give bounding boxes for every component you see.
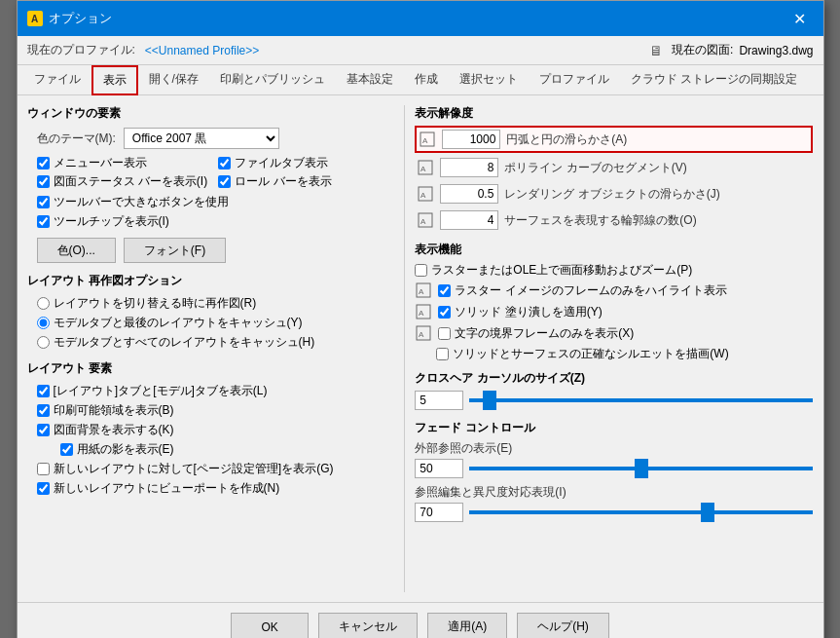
svg-text:A: A bbox=[419, 309, 424, 318]
checkbox-paper-shadow[interactable]: 用紙の影を表示(E) bbox=[60, 441, 395, 458]
tab-create[interactable]: 作成 bbox=[404, 65, 449, 95]
crosshair-section: クロスヘア カーソルのサイズ(Z) bbox=[415, 370, 813, 410]
checkbox-menubar[interactable]: メニューバー表示 bbox=[37, 155, 213, 171]
layout-elements-content: [レイアウト]タブと[モデル]タブを表示(L) 印刷可能領域を表示(B) 図面背… bbox=[27, 383, 395, 497]
checkbox-drawing-bg[interactable]: 図面背景を表示する(K) bbox=[37, 422, 395, 438]
bottom-bar: OK キャンセル 適用(A) ヘルプ(H) bbox=[18, 602, 823, 638]
layout-redraw-title: レイアウト 再作図オプション bbox=[27, 273, 395, 289]
features-checkboxes: ラスターまたはOLE上で画面移動およびズーム(P) A ラスター イメージのフレ… bbox=[415, 262, 813, 362]
dialog-title: オプション bbox=[49, 10, 112, 27]
checkbox-toolbar-large[interactable]: ツールバーで大きなボタンを使用 bbox=[37, 194, 395, 210]
theme-select[interactable]: Office 2007 黒 ダーク ライト bbox=[124, 128, 279, 149]
svg-text:A: A bbox=[420, 191, 426, 200]
fade-xref-slider-row bbox=[415, 459, 813, 478]
drawing-icon: 🖥 bbox=[646, 43, 666, 58]
color-font-buttons: 色(O)... フォント(F) bbox=[37, 238, 395, 263]
res-icon-text-frame: A bbox=[415, 324, 432, 342]
checkbox-text-frame[interactable]: 文字の境界フレームのみを表示(X) bbox=[438, 325, 634, 342]
content-area: ウィンドウの要素 色のテーマ(M): Office 2007 黒 ダーク ライト… bbox=[18, 95, 823, 602]
res-input-surface[interactable] bbox=[440, 210, 498, 230]
features-title: 表示機能 bbox=[415, 242, 813, 258]
fade-xref-slider[interactable] bbox=[469, 467, 813, 470]
color-button[interactable]: 色(O)... bbox=[37, 238, 116, 263]
window-elements-title: ウィンドウの要素 bbox=[27, 105, 395, 122]
close-button[interactable]: ✕ bbox=[786, 7, 814, 30]
fade-edit-input[interactable] bbox=[415, 503, 463, 522]
svg-text:A: A bbox=[422, 136, 428, 145]
checkbox-rollbar[interactable]: ロール バーを表示 bbox=[218, 173, 394, 190]
fade-edit-label: 参照編集と異尺度対応表現(I) bbox=[415, 484, 813, 501]
fade-edit-slider-row bbox=[415, 503, 813, 522]
fade-xref-section: 外部参照の表示(E) bbox=[415, 440, 813, 478]
left-panel: ウィンドウの要素 色のテーマ(M): Office 2007 黒 ダーク ライト… bbox=[27, 105, 405, 592]
tab-print-publish[interactable]: 印刷とパブリッシュ bbox=[209, 65, 336, 95]
font-button[interactable]: フォント(F) bbox=[124, 238, 226, 263]
checkbox-raster-zoom[interactable]: ラスターまたはOLE上で画面移動およびズーム(P) bbox=[415, 262, 813, 279]
radio-redraw-switch[interactable]: レイアウトを切り替える時に再作図(R) bbox=[37, 295, 395, 312]
res-input-polyline[interactable] bbox=[440, 158, 498, 177]
fade-edit-slider[interactable] bbox=[469, 510, 813, 514]
ok-button[interactable]: OK bbox=[231, 613, 309, 638]
apply-button[interactable]: 適用(A) bbox=[427, 613, 507, 638]
title-bar: A オプション ✕ bbox=[18, 1, 823, 36]
res-icon-render: A bbox=[417, 185, 434, 203]
fade-edit-section: 参照編集と異尺度対応表現(I) bbox=[415, 484, 813, 522]
fade-xref-input[interactable] bbox=[415, 459, 463, 478]
res-icon-surface: A bbox=[417, 211, 434, 229]
checkbox-new-layout-page[interactable]: 新しいレイアウトに対して[ページ設定管理]を表示(G) bbox=[37, 461, 395, 477]
tabs-bar: ファイル 表示 開く/保存 印刷とパブリッシュ 基本設定 作成 選択セット プロ… bbox=[18, 65, 823, 95]
checkbox-create-viewport[interactable]: 新しいレイアウトにビューポートを作成(N) bbox=[37, 480, 395, 497]
tab-selection[interactable]: 選択セット bbox=[449, 65, 529, 95]
app-icon: A bbox=[27, 11, 43, 26]
right-panel: 表示解像度 A 円弧と円の滑らかさ(A) A ポリライン カーブのセグメント(V… bbox=[404, 105, 813, 592]
tab-basic[interactable]: 基本設定 bbox=[336, 65, 404, 95]
svg-text:A: A bbox=[420, 165, 426, 173]
res-label-polyline: ポリライン カーブのセグメント(V) bbox=[504, 160, 811, 176]
tab-cloud[interactable]: クラウド ストレージの同期設定 bbox=[620, 65, 808, 95]
resolution-title: 表示解像度 bbox=[415, 105, 813, 122]
fade-title: フェード コントロール bbox=[415, 420, 813, 436]
checkbox-raster-frame[interactable]: ラスター イメージのフレームのみをハイライト表示 bbox=[438, 282, 726, 299]
res-input-arc[interactable] bbox=[442, 130, 500, 149]
radio-cache-model-last[interactable]: モデルタブと最後のレイアウトをキャッシュ(Y) bbox=[37, 315, 395, 331]
paper-shadow-indent: 用紙の影を表示(E) bbox=[37, 441, 395, 458]
checkbox-solid-fill[interactable]: ソリッド 塗り潰しを適用(Y) bbox=[438, 304, 602, 320]
raster-frame-row: A ラスター イメージのフレームのみをハイライト表示 bbox=[415, 281, 813, 299]
res-label-arc: 円弧と円の滑らかさ(A) bbox=[506, 131, 809, 148]
resolution-row-polyline: A ポリライン カーブのセグメント(V) bbox=[415, 156, 813, 179]
crosshair-input[interactable] bbox=[415, 391, 463, 410]
res-input-render[interactable] bbox=[440, 184, 498, 204]
profile-value: <<Unnamed Profile>> bbox=[145, 44, 259, 57]
fade-xref-label: 外部参照の表示(E) bbox=[415, 440, 813, 457]
resolution-row-arc: A 円弧と円の滑らかさ(A) bbox=[415, 126, 813, 153]
tab-open-save[interactable]: 開く/保存 bbox=[138, 65, 209, 95]
checkbox-drawingstatus[interactable]: 図面ステータス バーを表示(I) bbox=[37, 173, 213, 190]
checkbox-grid: メニューバー表示 ファイルタブ表示 図面ステータス バーを表示(I) ロール バ… bbox=[37, 155, 395, 190]
tab-files[interactable]: ファイル bbox=[23, 65, 91, 95]
svg-text:A: A bbox=[420, 217, 426, 226]
help-button[interactable]: ヘルプ(H) bbox=[517, 613, 609, 638]
crosshair-slider[interactable] bbox=[469, 398, 813, 402]
checkbox-print-area[interactable]: 印刷可能領域を表示(B) bbox=[37, 402, 395, 419]
tab-profile[interactable]: プロファイル bbox=[529, 65, 620, 95]
res-label-render: レンダリング オブジェクトの滑らかさ(J) bbox=[504, 186, 811, 203]
checkbox-filetab[interactable]: ファイルタブ表示 bbox=[218, 155, 394, 171]
drawing-value: Drawing3.dwg bbox=[739, 44, 813, 57]
theme-label: 色のテーマ(M): bbox=[37, 131, 116, 147]
layout-elements-title: レイアウト 要素 bbox=[27, 360, 395, 377]
options-dialog: A オプション ✕ 現在のプロファイル: <<Unnamed Profile>>… bbox=[17, 0, 824, 638]
resolution-row-surface: A サーフェスを表現する輪郭線の数(O) bbox=[415, 208, 813, 232]
svg-text:A: A bbox=[419, 330, 424, 339]
tab-display[interactable]: 表示 bbox=[91, 65, 138, 95]
cancel-button[interactable]: キャンセル bbox=[318, 613, 418, 638]
drawing-section: 🖥 現在の図面: Drawing3.dwg bbox=[646, 42, 813, 58]
res-icon-polyline: A bbox=[417, 159, 434, 176]
checkbox-solid-silhouette[interactable]: ソリッドとサーフェスの正確なシルエットを描画(W) bbox=[436, 346, 813, 362]
checkbox-tooltip[interactable]: ツールチップを表示(I) bbox=[37, 213, 395, 230]
window-elements-content: 色のテーマ(M): Office 2007 黒 ダーク ライト メニューバー表示… bbox=[27, 128, 395, 263]
layout-redraw-content: レイアウトを切り替える時に再作図(R) モデルタブと最後のレイアウトをキャッシュ… bbox=[27, 295, 395, 351]
checkbox-show-layout-model[interactable]: [レイアウト]タブと[モデル]タブを表示(L) bbox=[37, 383, 395, 399]
radio-cache-model-all[interactable]: モデルタブとすべてのレイアウトをキャッシュ(H) bbox=[37, 334, 395, 351]
res-icon-solid-fill: A bbox=[415, 303, 432, 320]
crosshair-title: クロスヘア カーソルのサイズ(Z) bbox=[415, 370, 813, 387]
